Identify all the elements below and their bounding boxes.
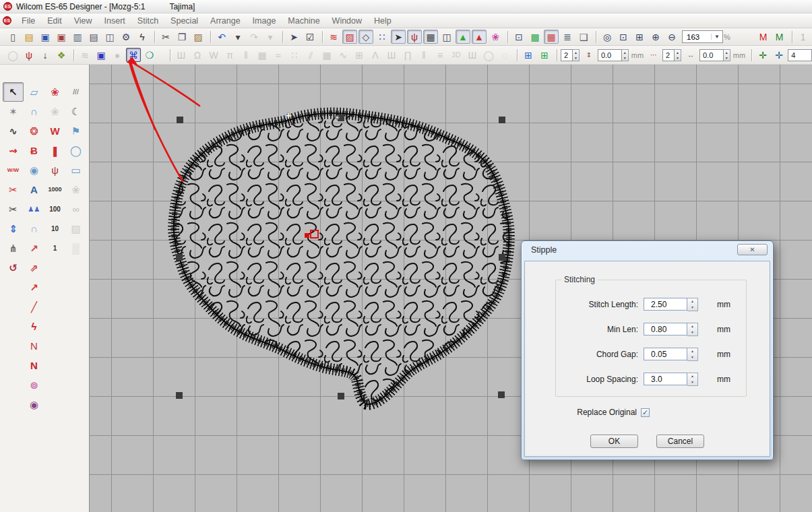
copy-button[interactable]: ❐	[175, 30, 189, 44]
cancel-button[interactable]: Cancel	[656, 435, 704, 448]
auto-underlay-button[interactable]: ⊞	[521, 48, 536, 62]
hatch-view-button[interactable]: ▨	[342, 30, 357, 44]
auto-spacing-button[interactable]: ⊞	[537, 48, 552, 62]
selection-handle[interactable]	[498, 391, 505, 398]
open-shape-tool[interactable]: N	[24, 336, 44, 356]
remove-overlaps-tool[interactable]: Ƀ	[24, 141, 44, 160]
reshape-tool-button[interactable]: ➤	[286, 30, 301, 44]
stitch-angle-tool[interactable]: ↗	[24, 238, 44, 258]
cut-tool[interactable]: ✂	[3, 199, 24, 219]
undo-dropdown[interactable]: ▾	[230, 30, 245, 44]
needle-points-view-button[interactable]: ψ	[407, 30, 422, 44]
dialog-close-button[interactable]: ✕	[737, 244, 768, 255]
underlay-count-field[interactable]	[561, 49, 573, 61]
outline-view-button[interactable]: ◇	[358, 30, 373, 44]
selection-handle[interactable]	[338, 393, 344, 399]
points-view-button[interactable]: ∷	[375, 30, 389, 44]
line-stitch-tool[interactable]: ╱	[24, 297, 44, 317]
fusion-fill-tool[interactable]: ◉	[24, 160, 44, 180]
zigzag-line-tool[interactable]: ϟ	[24, 317, 44, 336]
stitches-view-button[interactable]: ≋	[326, 30, 341, 44]
zoom-1-1-button[interactable]: ◎	[600, 30, 615, 44]
min-len-spinner[interactable]: ▲▼	[687, 323, 698, 336]
mirror-copy-tool[interactable]: ♟♟	[24, 199, 44, 219]
save-to-machine-button[interactable]: ▣	[54, 30, 69, 44]
menu-help[interactable]: Help	[368, 14, 398, 28]
reshape-nodes-button[interactable]: ❖	[54, 48, 69, 62]
underlay-count-input[interactable]	[564, 51, 572, 59]
run-stitch-tool[interactable]: ⇝	[3, 141, 24, 160]
polygon-select-tool[interactable]: ✶	[3, 102, 24, 121]
run-count-spinner[interactable]: ▲▼	[675, 49, 681, 61]
rectangle-tool[interactable]: ▭	[65, 160, 86, 180]
scale-100-tool[interactable]: 100	[44, 199, 65, 219]
scale-1-tool[interactable]: 1	[44, 238, 65, 258]
grid-view-button[interactable]: ▦	[423, 30, 438, 44]
thread-colors-button[interactable]: ▩	[528, 30, 542, 44]
cut-button[interactable]: ✂	[158, 30, 173, 44]
selection-handle[interactable]	[499, 117, 505, 123]
selection-handle[interactable]	[499, 254, 505, 261]
picture-view-button[interactable]: ▲	[456, 30, 470, 44]
length-spinner[interactable]: ▲▼	[724, 49, 730, 61]
menu-image[interactable]: Image	[247, 14, 282, 28]
loop-spacing-input[interactable]	[644, 373, 687, 385]
zoom-previous-button[interactable]: ⊡	[616, 30, 631, 44]
ellipse-tool[interactable]: ◯	[65, 141, 86, 160]
zoom-level-input[interactable]	[683, 33, 711, 41]
selection-handle[interactable]	[176, 392, 183, 399]
rotate-ellipse-tool[interactable]: ↺	[3, 258, 24, 278]
needle-point-tool-button[interactable]: ψ	[22, 48, 36, 62]
pointer-view-button[interactable]: ➤	[391, 30, 406, 44]
overlap-circles-tool[interactable]: ⊚	[24, 375, 44, 395]
arc-tool[interactable]: ☾	[65, 102, 86, 121]
offset-outlines-button[interactable]: ▣	[94, 48, 108, 62]
artwork-view-button[interactable]: ▲	[472, 30, 487, 44]
menu-special[interactable]: Special	[164, 14, 204, 28]
spacing-spinner[interactable]: ▲▼	[622, 49, 629, 61]
menu-arrange[interactable]: Arrange	[204, 14, 246, 28]
background-view-button[interactable]: ❀	[488, 30, 503, 44]
menu-insert[interactable]: Insert	[98, 14, 131, 28]
paste-button[interactable]: ▨	[191, 30, 206, 44]
spacing-input[interactable]	[601, 51, 621, 59]
embroidery-design[interactable]	[90, 65, 548, 432]
edge-input[interactable]	[791, 51, 811, 59]
scale-1000-tool[interactable]: 1000	[44, 180, 65, 199]
loop-spacing-spinner[interactable]: ▲▼	[687, 373, 698, 386]
ok-button[interactable]: OK	[590, 435, 638, 448]
color-film-button[interactable]: ▦	[544, 30, 559, 44]
stitch-edit-tool[interactable]: W/W	[3, 160, 24, 180]
single-stitch-tool[interactable]: ψ	[44, 160, 65, 180]
save-design-button[interactable]: ▣	[38, 30, 53, 44]
menu-file[interactable]: File	[15, 14, 41, 28]
stitch-list-button[interactable]: ≣	[560, 30, 575, 44]
zoom-window-button[interactable]: ⊞	[632, 30, 647, 44]
reshape-dome-tool[interactable]: ∩	[24, 219, 44, 238]
closed-stitch-tool[interactable]: ❂	[24, 121, 44, 141]
stitch-cut-tool[interactable]: ✂	[3, 180, 24, 199]
chord-gap-input[interactable]	[644, 348, 687, 360]
hoop-view-button[interactable]: ◫	[439, 30, 454, 44]
reshape-fill-tool[interactable]: ∩	[24, 102, 44, 121]
arrow-stitch-tool[interactable]: ↗	[24, 278, 44, 297]
dash-stitch-tool[interactable]: ⇗	[24, 258, 44, 278]
print-preview-button[interactable]: ◫	[102, 30, 117, 44]
stitch-length-spinner[interactable]: ▲▼	[687, 298, 698, 311]
center-stitches-button[interactable]: ✛	[772, 48, 786, 62]
length-field[interactable]	[699, 49, 724, 61]
undo-button[interactable]: ↶	[214, 30, 229, 44]
replace-original-checkbox[interactable]: ✓	[641, 408, 650, 417]
min-len-input[interactable]	[644, 323, 687, 335]
scale-10-tool[interactable]: 10	[44, 219, 65, 238]
menu-stitch[interactable]: Stitch	[131, 14, 164, 28]
new-design-button[interactable]: ▯	[5, 30, 20, 44]
center-design-button[interactable]: ✛	[755, 48, 770, 62]
measure-tool[interactable]: ⇕	[3, 219, 24, 238]
zigzag-column-tool[interactable]: W	[44, 121, 65, 141]
closed-curve-button[interactable]: ❍	[142, 48, 157, 62]
underlay-count-spinner[interactable]: ▲▼	[573, 49, 580, 61]
remove-machine-function-button[interactable]: M	[772, 30, 787, 44]
lettering-tool[interactable]: A	[24, 180, 44, 199]
eye-point-tool[interactable]: ◉	[24, 395, 44, 414]
